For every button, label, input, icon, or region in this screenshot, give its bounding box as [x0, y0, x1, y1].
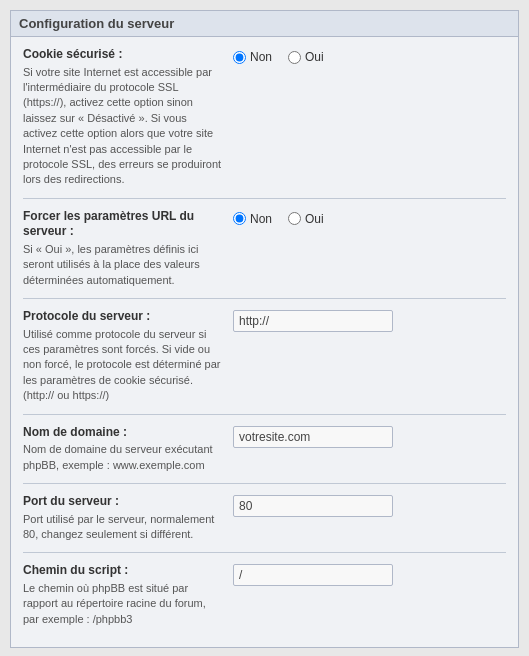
- label-desc-chemin: Le chemin où phpBB est situé par rapport…: [23, 581, 223, 627]
- label-title-chemin: Chemin du script :: [23, 563, 223, 579]
- label-desc-protocole: Utilisé comme protocole du serveur si ce…: [23, 327, 223, 404]
- label-col-cookie: Cookie sécurisé : Si votre site Internet…: [23, 47, 233, 188]
- input-port[interactable]: [233, 495, 393, 517]
- input-protocole[interactable]: [233, 310, 393, 332]
- radio-group-forcer: Non Oui: [233, 212, 324, 226]
- row-cookie-securise: Cookie sécurisé : Si votre site Internet…: [23, 47, 506, 188]
- radio-forcer-non[interactable]: [233, 212, 246, 225]
- input-chemin[interactable]: [233, 564, 393, 586]
- label-desc-cookie: Si votre site Internet est accessible pa…: [23, 65, 223, 188]
- radio-cookie-oui[interactable]: [288, 51, 301, 64]
- footer-bar: Envoyer: [10, 648, 519, 656]
- radio-cookie-oui-label[interactable]: Oui: [305, 50, 324, 64]
- label-col-domaine: Nom de domaine : Nom de domaine du serve…: [23, 425, 233, 473]
- label-desc-forcer: Si « Oui », les paramètres définis ici s…: [23, 242, 223, 288]
- row-port: Port du serveur : Port utilisé par le se…: [23, 494, 506, 542]
- page-wrapper: Configuration du serveur Cookie sécurisé…: [10, 10, 519, 656]
- section-title: Configuration du serveur: [10, 10, 519, 37]
- radio-group-cookie: Non Oui: [233, 50, 324, 64]
- radio-forcer-oui[interactable]: [288, 212, 301, 225]
- label-col-port: Port du serveur : Port utilisé par le se…: [23, 494, 233, 542]
- label-title-port: Port du serveur :: [23, 494, 223, 510]
- label-title-protocole: Protocole du serveur :: [23, 309, 223, 325]
- label-col-forcer: Forcer les paramètres URL du serveur : S…: [23, 209, 233, 288]
- control-col-protocole: [233, 309, 506, 332]
- label-col-protocole: Protocole du serveur : Utilisé comme pro…: [23, 309, 233, 404]
- form-container: Cookie sécurisé : Si votre site Internet…: [10, 37, 519, 648]
- label-desc-domaine: Nom de domaine du serveur exécutant phpB…: [23, 442, 223, 473]
- row-chemin: Chemin du script : Le chemin où phpBB es…: [23, 563, 506, 627]
- control-col-cookie: Non Oui: [233, 47, 506, 64]
- radio-forcer-oui-label[interactable]: Oui: [305, 212, 324, 226]
- label-title-forcer: Forcer les paramètres URL du serveur :: [23, 209, 223, 240]
- label-col-chemin: Chemin du script : Le chemin où phpBB es…: [23, 563, 233, 627]
- control-col-forcer: Non Oui: [233, 209, 506, 226]
- row-protocole: Protocole du serveur : Utilisé comme pro…: [23, 309, 506, 404]
- control-col-chemin: [233, 563, 506, 586]
- control-col-domaine: [233, 425, 506, 448]
- radio-forcer-non-label[interactable]: Non: [250, 212, 272, 226]
- divider-1: [23, 198, 506, 199]
- label-desc-port: Port utilisé par le serveur, normalement…: [23, 512, 223, 543]
- row-forcer-params: Forcer les paramètres URL du serveur : S…: [23, 209, 506, 288]
- control-col-port: [233, 494, 506, 517]
- divider-4: [23, 483, 506, 484]
- divider-5: [23, 552, 506, 553]
- divider-2: [23, 298, 506, 299]
- label-title-cookie: Cookie sécurisé :: [23, 47, 223, 63]
- label-title-domaine: Nom de domaine :: [23, 425, 223, 441]
- input-domaine[interactable]: [233, 426, 393, 448]
- divider-3: [23, 414, 506, 415]
- row-nom-domaine: Nom de domaine : Nom de domaine du serve…: [23, 425, 506, 473]
- radio-cookie-non-label[interactable]: Non: [250, 50, 272, 64]
- radio-cookie-non[interactable]: [233, 51, 246, 64]
